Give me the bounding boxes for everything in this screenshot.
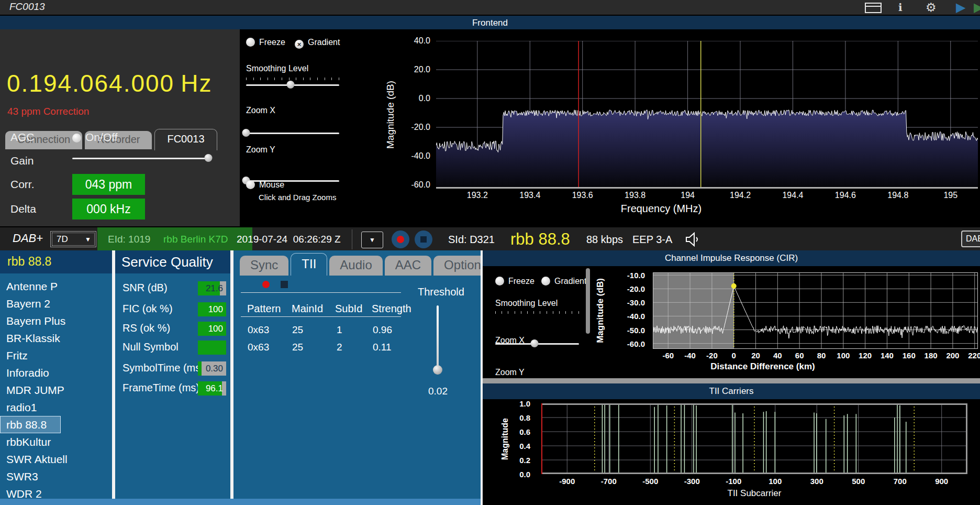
- threshold-slider[interactable]: [437, 305, 439, 375]
- spectrum-plot[interactable]: [436, 41, 978, 189]
- station-item[interactable]: SWR Aktuell: [0, 451, 112, 468]
- spectrum-freeze-toggle[interactable]: Freeze: [246, 38, 285, 47]
- gain-label: Gain: [10, 155, 34, 167]
- tab-sync[interactable]: Sync: [240, 256, 288, 276]
- zoom-x-label: Zoom X: [246, 106, 275, 115]
- tab-fc0013[interactable]: FC0013: [154, 129, 217, 150]
- station-item[interactable]: SWR3: [0, 468, 112, 485]
- tab-aac[interactable]: AAC: [385, 256, 431, 276]
- protection-level: EEP 3-A: [632, 227, 672, 251]
- gradient-checked-icon[interactable]: ×: [295, 40, 304, 49]
- bitrate: 88 kbps: [586, 227, 623, 251]
- gear-icon[interactable]: ⚙: [926, 1, 937, 14]
- play-icon[interactable]: ▶: [956, 1, 965, 14]
- frequency-unit: Hz: [181, 70, 212, 97]
- threshold-slider-handle[interactable]: [433, 365, 442, 375]
- stop-button[interactable]: [415, 230, 432, 248]
- sq-row-label: RS (ok %): [122, 322, 170, 334]
- station-item[interactable]: MDR JUMP: [0, 381, 112, 399]
- x-tick-label: 220: [968, 351, 980, 360]
- datetime: 2019-07-24 06:26:29 Z: [237, 227, 341, 251]
- x-tick-label: -100: [726, 477, 741, 486]
- tii-carriers-plot[interactable]: [541, 403, 967, 474]
- station-item[interactable]: rbbKultur: [0, 433, 112, 451]
- zoom-x-slider[interactable]: [246, 129, 339, 137]
- corr-label: Corr.: [10, 178, 35, 191]
- station-item[interactable]: Inforadio: [0, 364, 112, 381]
- tii-status-dot-icon[interactable]: [262, 281, 270, 288]
- mouse-label: Mouse: [259, 180, 284, 189]
- station-item[interactable]: Bayern 2: [0, 295, 112, 312]
- info-icon[interactable]: ℹ: [898, 1, 903, 14]
- station-item-selected[interactable]: rbb 88.8: [0, 416, 61, 433]
- tii-cell: 25: [292, 324, 303, 336]
- channel-value: 7D: [57, 234, 68, 244]
- play-secondary-icon[interactable]: ▶: [974, 1, 980, 14]
- tab-tii[interactable]: TII: [291, 253, 327, 276]
- speaker-icon[interactable]: [685, 232, 700, 249]
- smoothing-slider-handle[interactable]: [287, 81, 295, 89]
- record-button[interactable]: [392, 230, 409, 248]
- gain-slider-track[interactable]: [72, 158, 208, 159]
- y-tick-label: -30.0: [627, 298, 645, 307]
- agc-radio-icon[interactable]: [72, 134, 81, 142]
- station-item[interactable]: Fritz: [0, 347, 112, 364]
- tii-status-square-icon[interactable]: [281, 281, 288, 288]
- x-tick-label: 0: [732, 351, 736, 360]
- x-tick-label: -300: [684, 477, 700, 486]
- recorder-dropdown-button[interactable]: ▼: [361, 232, 383, 248]
- gradient-radio-icon[interactable]: [541, 277, 550, 286]
- tii-cell: 25: [292, 342, 303, 353]
- channel-select[interactable]: ▼ 7D: [50, 231, 96, 247]
- spectrum-gradient-toggle[interactable]: ×Gradient: [295, 38, 340, 49]
- cir-plot[interactable]: [653, 272, 978, 349]
- delta-label: Delta: [10, 203, 36, 215]
- mouse-radio-icon[interactable]: [246, 180, 255, 189]
- x-tick-label: 193.4: [519, 191, 540, 200]
- cir-gradient-toggle[interactable]: Gradient: [541, 277, 586, 286]
- titlebar: FC0013 ℹ ⚙ ▶ ▶: [0, 0, 980, 15]
- threshold-value: 0.02: [428, 386, 448, 397]
- tii-col-header: Pattern: [247, 303, 281, 315]
- x-tick-label: 194.4: [782, 191, 803, 200]
- station-item[interactable]: Bayern Plus: [0, 312, 112, 330]
- cir-horizontal-scrollbar[interactable]: [483, 378, 980, 383]
- decoder-tabs: Sync TII Audio AAC Options: [240, 253, 500, 276]
- smoothing-slider[interactable]: [246, 81, 339, 89]
- gradient-label: Gradient: [308, 38, 340, 47]
- window-layout-icon[interactable]: [865, 3, 882, 13]
- dab-sync-badge: DAB: [961, 230, 980, 247]
- freeze-radio-icon[interactable]: [246, 38, 255, 47]
- stop-icon: [420, 236, 427, 243]
- bottom-horizontal-scrollbar[interactable]: [0, 499, 481, 505]
- x-tick-label: -500: [642, 477, 658, 486]
- cir-controls-scrollbar[interactable]: [586, 268, 590, 334]
- zoom-x-slider-handle[interactable]: [242, 129, 250, 137]
- sq-row-label: SymbolTime (ms): [122, 362, 204, 374]
- mouse-zoom-toggle[interactable]: Mouse: [246, 180, 284, 190]
- chevron-down-icon: ▼: [85, 232, 91, 247]
- gain-slider[interactable]: [72, 154, 208, 162]
- x-tick-label: 100: [769, 477, 782, 486]
- cir-x-ticks: -60-40-20020406080100120140160180200220: [653, 351, 978, 360]
- freeze-radio-icon[interactable]: [495, 277, 504, 286]
- agc-toggle-label: On/Off: [85, 131, 117, 143]
- y-tick-label: -20.0: [627, 284, 645, 293]
- tii-cell: 1: [337, 324, 342, 336]
- cir-smoothing-handle[interactable]: [531, 339, 539, 347]
- agc-toggle[interactable]: On/Off: [72, 131, 117, 144]
- x-tick-label: -40: [684, 351, 696, 360]
- station-item[interactable]: Antenne P: [0, 278, 112, 295]
- service-name: rbb 88.8: [510, 227, 570, 251]
- y-tick-label: 40.0: [414, 36, 430, 46]
- tab-audio[interactable]: Audio: [329, 256, 382, 276]
- x-tick-label: 200: [946, 351, 959, 360]
- cir-freeze-toggle[interactable]: Freeze: [495, 277, 534, 286]
- zoom-x-slider-track[interactable]: [246, 133, 339, 134]
- x-tick-label: -700: [601, 477, 617, 486]
- y-tick-label: 0.8: [519, 413, 530, 422]
- station-item[interactable]: BR-Klassik: [0, 330, 112, 347]
- gain-slider-handle[interactable]: [205, 154, 213, 162]
- station-item[interactable]: radio1: [0, 399, 112, 416]
- tii-cell: 2: [337, 342, 342, 353]
